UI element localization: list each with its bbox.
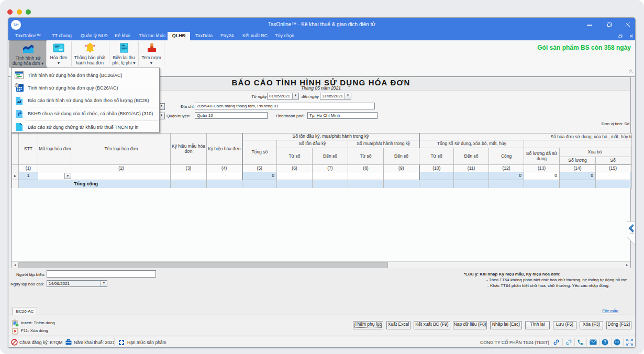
svg-text:?: ? [604,339,606,345]
